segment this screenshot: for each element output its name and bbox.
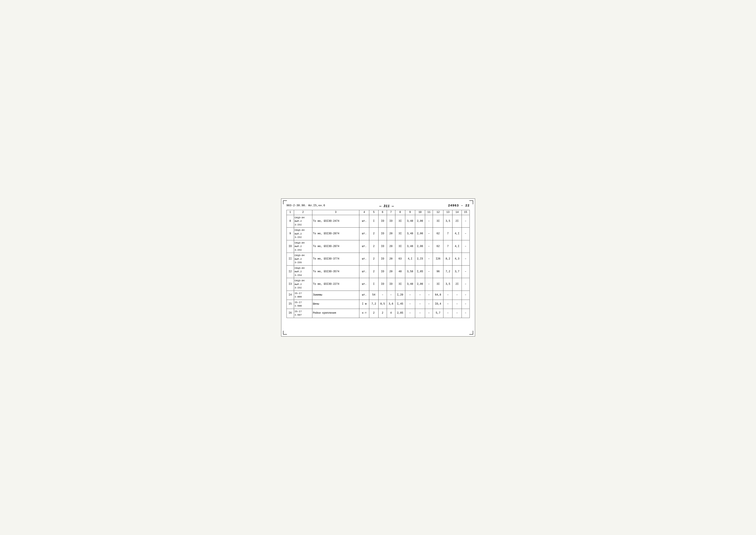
cell-col9: –: [405, 309, 415, 318]
cell-col7: 3,6: [387, 300, 395, 309]
cell-col14: –: [452, 309, 462, 318]
cell-col10: –: [415, 300, 425, 309]
cell-col10: 2,06: [415, 228, 425, 240]
cell-col6: 0,5: [378, 300, 387, 309]
cell-col8: 3I: [395, 240, 405, 253]
cell-unit: к-т: [359, 309, 369, 318]
table-row: I6I5-I7I-507Рейки крепленияк-т2242,85–––…: [286, 309, 470, 318]
cell-row-num: I4: [286, 291, 294, 300]
cell-col12: 62: [433, 240, 444, 253]
bottom-mark: [286, 320, 470, 323]
cell-qty: 7,2: [369, 300, 379, 309]
cell-row-num: II: [286, 253, 294, 266]
col-header-1: 1: [286, 210, 294, 215]
cell-unit: шт.: [359, 265, 369, 278]
cell-col13: 7,2: [443, 265, 452, 278]
cell-col8: I,20: [395, 291, 405, 300]
cell-code: I5-I7I-507: [294, 309, 312, 318]
cell-col14: 2I: [452, 278, 462, 291]
cell-unit: шт.: [359, 291, 369, 300]
cell-unit: шт.: [359, 253, 369, 266]
cell-col13: –: [443, 300, 452, 309]
cell-row-num: I2: [286, 265, 294, 278]
cell-col7: 20: [387, 265, 395, 278]
col-header-12: 12: [433, 210, 444, 215]
col-header-4: 4: [359, 210, 369, 215]
document-page: 903-2-30.90. Ал.I5,кн.6 — 311 — 24963 - …: [281, 198, 475, 337]
cell-qty: I: [369, 215, 379, 228]
cell-unit: I м: [359, 300, 369, 309]
cell-unit: шт.: [359, 240, 369, 253]
cell-col11: –: [425, 240, 433, 253]
cell-col11: –: [425, 253, 433, 266]
cell-col10: –: [415, 291, 425, 300]
cell-col7: 20: [387, 240, 395, 253]
cell-col15: –: [462, 300, 470, 309]
col-header-5: 5: [369, 210, 379, 215]
col-header-3: 3: [312, 210, 359, 215]
cell-col12: 62: [433, 228, 444, 240]
cell-col6: IO: [378, 215, 387, 228]
cell-description: Рейки крепления: [312, 309, 359, 318]
table-row: I2СКЦЭ-84выП.23-I54То же, Б5IЗО-3574шт.2…: [286, 265, 470, 278]
cell-col9: –: [405, 291, 415, 300]
cell-col14: 2I: [452, 215, 462, 228]
cell-col15: –: [462, 240, 470, 253]
cell-col9: –: [405, 300, 415, 309]
cell-qty: 54: [369, 291, 379, 300]
cell-col11: –: [425, 215, 433, 228]
cell-col11: –: [425, 300, 433, 309]
table-row: I5I5-I7I-500ШиныI м7,20,53,6I,45–––IO,4–…: [286, 300, 470, 309]
cell-col11: –: [425, 309, 433, 318]
cell-unit: шт.: [359, 215, 369, 228]
cell-col7: 4: [387, 309, 395, 318]
cell-col9: 3,48: [405, 278, 415, 291]
cell-col12: 96: [433, 265, 444, 278]
cell-col6: IO: [378, 228, 387, 240]
cell-qty: I: [369, 278, 379, 291]
cell-col15: –: [462, 309, 470, 318]
main-table: 1 2 3 4 5 6 7 8 9 10 11 12 13 14 15 8СКЦ…: [286, 210, 470, 318]
cell-description: То же, Б5IЗО-2074: [312, 240, 359, 253]
cell-col7: 20: [387, 228, 395, 240]
document-number: 24963 - 22: [448, 204, 470, 208]
cell-col14: 4,3: [452, 253, 462, 266]
col-header-2: 2: [294, 210, 312, 215]
cell-col11: –: [425, 265, 433, 278]
table-row: I3СКЦЭ-84выП.23-I5IТо же, Б5IЗО-2274шт.I…: [286, 278, 470, 291]
cell-col9: 3,48: [405, 228, 415, 240]
cell-col7: 20: [387, 253, 395, 266]
cell-row-num: 9: [286, 228, 294, 240]
cell-code: СКЦЭ-84выП.23-I5I: [294, 215, 312, 228]
cell-col12: I26: [433, 253, 444, 266]
cell-col11: –: [425, 278, 433, 291]
cell-code: СКЦЭ-84выП.23-I5I: [294, 228, 312, 240]
cell-col6: IO: [378, 278, 387, 291]
cell-description: Шины: [312, 300, 359, 309]
corner-br: [469, 331, 473, 335]
cell-col10: 2,06: [415, 278, 425, 291]
cell-col12: IO,4: [433, 300, 444, 309]
cell-col9: 3,48: [405, 215, 415, 228]
cell-code: I5-I7I-809: [294, 291, 312, 300]
cell-col14: –: [452, 300, 462, 309]
cell-qty: 2: [369, 228, 379, 240]
page-number: — 311 —: [325, 204, 448, 208]
cell-col15: –: [462, 291, 470, 300]
col-header-8: 8: [395, 210, 405, 215]
cell-col7: –: [387, 291, 395, 300]
col-header-13: 13: [443, 210, 452, 215]
cell-code: СКЦЭ-84выП.23-I54: [294, 265, 312, 278]
cell-col15: –: [462, 278, 470, 291]
cell-col8: 3I: [395, 228, 405, 240]
corner-bl: [283, 331, 287, 335]
cell-col10: 2,06: [415, 215, 425, 228]
cell-col13: 3,5: [443, 215, 452, 228]
cell-description: То же, Б5IЗО-3774: [312, 253, 359, 266]
cell-col15: –: [462, 265, 470, 278]
cell-col8: I,45: [395, 300, 405, 309]
cell-col12: 3I: [433, 278, 444, 291]
col-header-10: 10: [415, 210, 425, 215]
page-header: 903-2-30.90. Ал.I5,кн.6 — 311 — 24963 - …: [286, 204, 470, 208]
cell-unit: шт.: [359, 278, 369, 291]
